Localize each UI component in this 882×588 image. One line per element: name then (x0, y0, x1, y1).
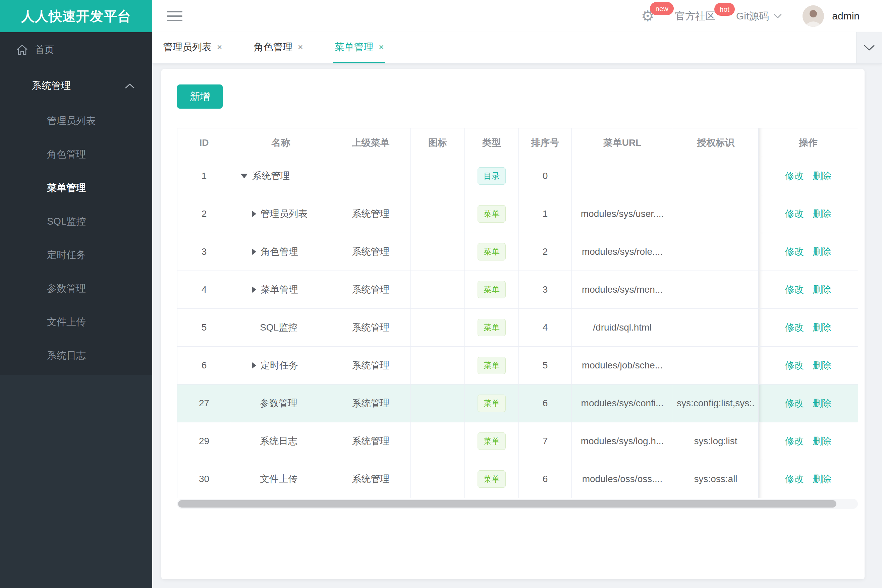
cell-type: 菜单 (465, 460, 519, 498)
edit-link[interactable]: 修改 (785, 322, 804, 333)
user-menu[interactable]: admin (802, 5, 859, 27)
delete-link[interactable]: 删除 (813, 322, 831, 333)
sidebar-submenu-item[interactable]: 系统日志 (0, 339, 152, 372)
cell-type: 菜单 (465, 271, 519, 309)
sidebar-submenu-item[interactable]: 管理员列表 (0, 104, 152, 138)
menu-name: 参数管理 (260, 397, 298, 410)
menu-name: SQL监控 (260, 321, 298, 334)
cell-name: 管理员列表 (231, 195, 331, 233)
tab-admin-list[interactable]: 管理员列表 × (162, 32, 223, 63)
sidebar-home-label: 首页 (35, 43, 54, 57)
cell-url: modules/oss/oss.... (572, 460, 673, 498)
cell-url: modules/sys/men... (572, 271, 673, 309)
cell-parent: 系统管理 (331, 346, 411, 384)
table-row: 29 系统日志 系统管理 菜单 7 modules/sys/log.h... s… (177, 422, 858, 460)
type-badge: 目录 (478, 167, 506, 185)
cell-actions: 修改删除 (759, 309, 858, 346)
type-badge: 菜单 (478, 357, 506, 374)
edit-link[interactable]: 修改 (785, 284, 804, 295)
close-icon[interactable]: × (217, 42, 222, 52)
close-icon[interactable]: × (379, 42, 384, 52)
cell-parent: 系统管理 (331, 384, 411, 422)
tab-label: 菜单管理 (334, 40, 373, 54)
scrollbar-thumb[interactable] (178, 500, 836, 507)
edit-link[interactable]: 修改 (785, 171, 804, 181)
sidebar: 人人快速开发平台 首页 系统管理 管理员列表 角色管理 菜单管理 SQL监控 定… (0, 0, 152, 588)
cell-auth: sys:log:list (673, 422, 759, 460)
cell-type: 菜单 (465, 422, 519, 460)
type-badge: 菜单 (478, 319, 506, 336)
cell-auth (673, 309, 759, 346)
menu-name: 定时任务 (261, 359, 298, 372)
cell-url: modules/sys/confi... (572, 384, 673, 422)
menu-name: 角色管理 (261, 245, 298, 258)
sidebar-submenu-item[interactable]: 角色管理 (0, 138, 152, 171)
sidebar-submenu-item[interactable]: SQL监控 (0, 205, 152, 238)
table-row: 2 管理员列表 系统管理 菜单 1 modules/sys/user.... 修… (177, 195, 858, 233)
hot-badge: hot (714, 3, 735, 16)
cell-auth (673, 271, 759, 309)
tree-arrow-icon[interactable] (252, 248, 256, 255)
edit-link[interactable]: 修改 (785, 398, 804, 408)
delete-link[interactable]: 删除 (813, 474, 831, 484)
sidebar-submenu-item[interactable]: 菜单管理 (0, 171, 152, 205)
cell-sort: 2 (519, 233, 572, 271)
cell-icon (411, 309, 465, 346)
edit-link[interactable]: 修改 (785, 436, 804, 446)
cell-auth: sys:oss:all (673, 460, 759, 498)
tab-menu-management[interactable]: 菜单管理 × (333, 32, 385, 63)
table-row: 1 系统管理 目录 0 修改删除 (177, 157, 858, 195)
git-source-dropdown[interactable]: Git源码 (736, 9, 782, 23)
sidebar-item-home[interactable]: 首页 (0, 32, 152, 68)
main-content: 新增 ID 名称 上级菜单 图标 类型 排序号 菜单URL 授权标识 操作 (152, 64, 882, 588)
cell-sort: 7 (519, 422, 572, 460)
tab-role-management[interactable]: 角色管理 × (252, 32, 304, 63)
col-auth: 授权标识 (673, 128, 759, 157)
community-link[interactable]: 官方社区 hot (675, 9, 715, 23)
community-label: 官方社区 (675, 9, 715, 23)
edit-link[interactable]: 修改 (785, 246, 804, 257)
delete-link[interactable]: 删除 (813, 171, 831, 181)
chevron-up-icon (125, 83, 135, 89)
cell-sort: 4 (519, 309, 572, 346)
table-header-row: ID 名称 上级菜单 图标 类型 排序号 菜单URL 授权标识 操作 (177, 128, 858, 157)
tree-arrow-icon[interactable] (252, 210, 256, 217)
sidebar-group-system[interactable]: 系统管理 (0, 68, 152, 104)
tree-arrow-icon[interactable] (252, 362, 256, 369)
cell-actions: 修改删除 (759, 346, 858, 384)
delete-link[interactable]: 删除 (813, 360, 831, 370)
edit-link[interactable]: 修改 (785, 360, 804, 370)
tree-arrow-icon[interactable] (240, 174, 248, 178)
app-logo: 人人快速开发平台 (0, 0, 152, 32)
tree-arrow-icon[interactable] (252, 286, 256, 293)
sidebar-toggle-icon[interactable] (167, 8, 182, 24)
edit-link[interactable]: 修改 (785, 208, 804, 219)
sidebar-submenu-item[interactable]: 参数管理 (0, 272, 152, 305)
cell-sort: 1 (519, 195, 572, 233)
cell-parent: 系统管理 (331, 271, 411, 309)
cell-name: 菜单管理 (231, 271, 331, 309)
cell-id: 5 (177, 309, 231, 346)
sidebar-submenu-item[interactable]: 文件上传 (0, 305, 152, 339)
settings-button[interactable]: ⚙ new (641, 9, 654, 24)
type-badge: 菜单 (478, 205, 506, 223)
cell-icon (411, 195, 465, 233)
sidebar-submenu-item[interactable]: 定时任务 (0, 238, 152, 272)
close-icon[interactable]: × (298, 42, 303, 52)
menu-name: 系统日志 (260, 435, 298, 447)
delete-link[interactable]: 删除 (813, 436, 831, 446)
cell-name: 系统日志 (231, 422, 331, 460)
delete-link[interactable]: 删除 (813, 246, 831, 257)
add-button[interactable]: 新增 (177, 84, 223, 109)
delete-link[interactable]: 删除 (813, 398, 831, 408)
tabs-collapse-button[interactable] (856, 32, 882, 63)
delete-link[interactable]: 删除 (813, 284, 831, 295)
menu-name: 系统管理 (252, 170, 290, 182)
cell-auth: sys:config:list,sys:. (673, 384, 759, 422)
cell-parent: 系统管理 (331, 460, 411, 498)
edit-link[interactable]: 修改 (785, 474, 804, 484)
col-name: 名称 (231, 128, 331, 157)
cell-actions: 修改删除 (759, 157, 858, 195)
menu-name: 管理员列表 (261, 207, 308, 220)
delete-link[interactable]: 删除 (813, 208, 831, 219)
